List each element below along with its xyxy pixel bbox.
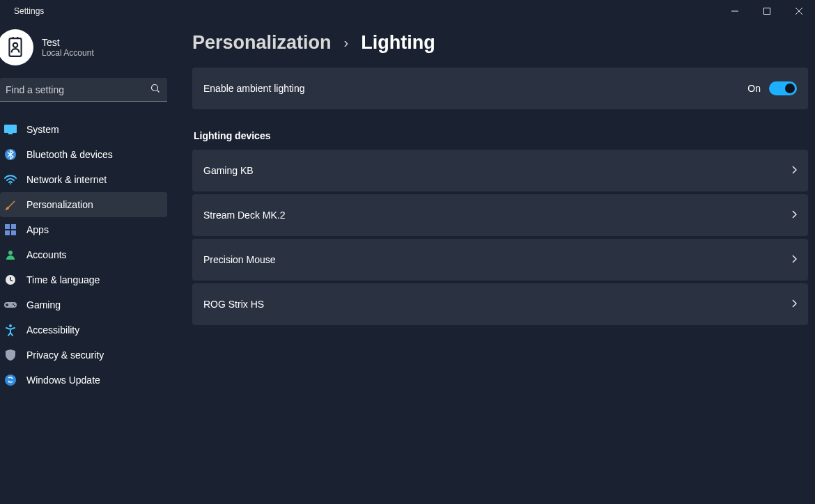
device-row[interactable]: ROG Strix HS [192,283,808,325]
nav-item-accessibility[interactable]: Accessibility [0,317,167,342]
shield-icon [4,349,17,361]
nav-label: Windows Update [26,375,100,386]
devices-heading: Lighting devices [194,130,808,141]
app-title: Settings [14,6,44,16]
chevron-right-icon: › [344,35,349,51]
profile-name: Test [42,37,94,48]
nav-label: Accounts [26,249,67,260]
nav-item-personalization[interactable]: Personalization [0,192,167,217]
device-row[interactable]: Precision Mouse [192,239,808,281]
svg-rect-8 [5,224,10,229]
svg-rect-0 [764,8,770,15]
nav-label: Privacy & security [26,349,104,361]
ambient-label: Enable ambient lighting [203,83,305,94]
nav-label: Network & internet [26,174,107,185]
nav-label: Gaming [26,299,61,310]
nav-label: Personalization [26,199,93,210]
svg-point-18 [5,375,16,386]
sidebar: Test Local Account System Bluetooth & de… [0,22,176,504]
svg-point-16 [14,305,15,306]
ambient-toggle-group: On [747,81,797,95]
nav-item-system[interactable]: System [0,117,167,142]
ambient-lighting-row: Enable ambient lighting On [192,68,808,109]
toggle-state-text: On [747,83,761,94]
nav-label: Bluetooth & devices [26,149,113,160]
device-label: Gaming KB [203,165,254,176]
device-row[interactable]: Gaming KB [192,150,808,191]
device-label: ROG Strix HS [203,299,264,310]
svg-point-17 [9,324,12,327]
svg-point-7 [10,183,11,184]
breadcrumb: Personalization › Lighting [192,32,808,54]
svg-point-3 [152,85,158,91]
svg-rect-10 [5,230,10,235]
svg-rect-4 [4,125,17,133]
chevron-right-icon [791,299,797,310]
nav-item-apps[interactable]: Apps [0,217,167,242]
accessibility-icon [4,324,17,336]
minimize-icon [731,8,738,15]
profile-block[interactable]: Test Local Account [0,26,167,78]
nav-item-bluetooth[interactable]: Bluetooth & devices [0,142,167,167]
minimize-button[interactable] [719,0,751,22]
maximize-icon [763,8,770,15]
main-content: Personalization › Lighting Enable ambien… [176,22,815,504]
accounts-icon [4,249,17,261]
avatar [0,29,33,65]
device-label: Stream Deck MK.2 [203,210,285,221]
nav-label: Apps [26,224,49,235]
chevron-right-icon [791,210,797,221]
close-button[interactable] [783,0,815,22]
nav-list: System Bluetooth & devices Network & int… [0,117,167,393]
device-label: Precision Mouse [203,254,276,265]
nav-item-network[interactable]: Network & internet [0,167,167,192]
svg-rect-5 [8,133,13,134]
profile-text: Test Local Account [42,37,94,58]
svg-rect-11 [11,230,16,235]
page-title: Lighting [361,32,435,54]
clock-icon [4,274,17,286]
search-input[interactable] [4,84,150,95]
svg-rect-9 [11,224,16,229]
window-controls [719,0,815,22]
nav-label: System [26,124,59,135]
svg-point-12 [8,251,13,255]
nav-label: Time & language [26,274,100,285]
svg-point-2 [13,43,17,47]
breadcrumb-parent[interactable]: Personalization [192,32,332,54]
wifi-icon [4,173,17,186]
paintbrush-icon [4,198,17,211]
system-icon [4,123,17,136]
toggle-knob [785,84,795,93]
nav-item-privacy[interactable]: Privacy & security [0,342,167,368]
profile-subtitle: Local Account [42,48,94,58]
nav-item-accounts[interactable]: Accounts [0,242,167,267]
bluetooth-icon [4,148,17,161]
title-bar: Settings [0,0,815,22]
update-icon [4,374,17,386]
search-icon [150,84,160,95]
apps-icon [4,223,17,236]
svg-point-15 [13,304,14,305]
maximize-button[interactable] [751,0,783,22]
device-row[interactable]: Stream Deck MK.2 [192,194,808,236]
nav-item-time[interactable]: Time & language [0,267,167,292]
nav-label: Accessibility [26,324,79,336]
nav-item-gaming[interactable]: Gaming [0,292,167,317]
avatar-icon [6,37,24,58]
ambient-toggle[interactable] [769,81,797,95]
close-icon [795,8,802,15]
chevron-right-icon [791,165,797,176]
gaming-icon [4,299,17,311]
nav-item-update[interactable]: Windows Update [0,368,167,393]
search-box[interactable] [0,78,167,102]
chevron-right-icon [791,254,797,265]
device-list: Gaming KB Stream Deck MK.2 Precision Mou… [192,150,808,325]
